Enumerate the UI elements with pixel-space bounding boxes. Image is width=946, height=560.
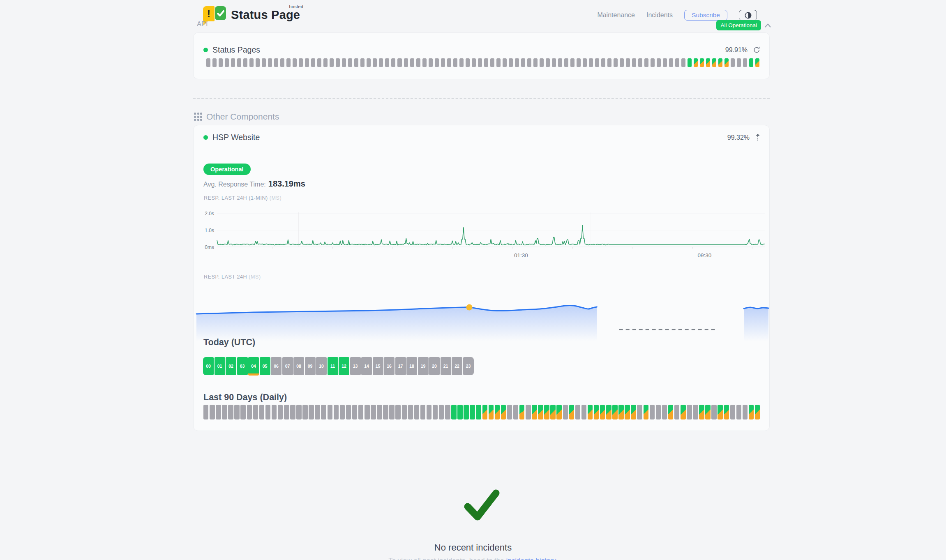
- uptime-bar-degraded: [532, 405, 537, 419]
- svg-text:01:30: 01:30: [514, 252, 528, 258]
- uptime-bar-empty: [577, 58, 581, 67]
- uptime-bar: [526, 405, 531, 419]
- overall-status-badge: All Operational: [716, 20, 761, 30]
- dashed-separator: [193, 98, 770, 99]
- component-name: Status Pages: [212, 45, 260, 55]
- uptime-bar-degraded: [606, 405, 611, 419]
- uptime-bar-operational: [688, 58, 692, 67]
- uptime-bar-empty: [253, 405, 258, 419]
- daily-chart-label-text: RESP. LAST 24H: [204, 274, 247, 280]
- hour-box-10: 10: [316, 357, 327, 375]
- uptime-bar-degraded: [594, 405, 599, 419]
- uptime-bar-empty: [427, 405, 431, 419]
- uptime-bar-empty: [346, 405, 351, 419]
- api-uptime-bars: [206, 58, 760, 67]
- uptime-bar: [637, 405, 642, 419]
- uptime-bar-empty: [389, 405, 394, 419]
- hour-box-17: 17: [395, 357, 406, 375]
- uptime-bar-empty: [614, 58, 618, 67]
- uptime-bar-empty: [681, 58, 685, 67]
- hour-box-21: 21: [441, 357, 451, 375]
- uptime-bar: [513, 405, 518, 419]
- uptime-bar-empty: [601, 58, 605, 67]
- nav-link-incidents[interactable]: Incidents: [646, 12, 673, 19]
- uptime-bar-degraded: [501, 405, 506, 419]
- uptime-bar: [650, 405, 655, 419]
- hour-box-05: 05: [260, 357, 270, 375]
- hour-box-09: 09: [305, 357, 316, 375]
- uptime-bar-empty: [330, 58, 334, 67]
- uptime-bar-empty: [540, 58, 544, 67]
- status-dot: [203, 48, 208, 52]
- uptime-bar: [687, 405, 692, 419]
- uptime-bar-degraded: [668, 405, 673, 419]
- uptime-bar-empty: [315, 405, 320, 419]
- uptime-bar-empty: [240, 405, 245, 419]
- uptime-bar-empty: [730, 405, 735, 419]
- uptime-bar-empty: [243, 58, 247, 67]
- uptime-bar-empty: [408, 405, 413, 419]
- theme-toggle-button[interactable]: [739, 10, 757, 21]
- uptime-percent: 99.32%: [727, 134, 750, 141]
- hour-box-15: 15: [373, 357, 383, 375]
- uptime-bar-degraded: [681, 405, 685, 419]
- hour-box-23: 23: [463, 357, 474, 375]
- uptime-bar-empty: [439, 405, 444, 419]
- uptime-bar-empty: [552, 58, 556, 67]
- uptime-bar-empty: [247, 405, 252, 419]
- avg-response-label: Avg. Response Time:: [203, 181, 266, 188]
- uptime-bar-degraded: [631, 405, 636, 419]
- uptime-bar-empty: [323, 58, 328, 67]
- daily-chart-unit: (MS): [249, 274, 261, 280]
- uptime-bar-empty: [265, 405, 270, 419]
- website-component-card: HSP Website 99.32% Operational Avg. Resp…: [193, 125, 770, 431]
- uptime-bar-empty: [459, 58, 464, 67]
- uptime-bar-empty: [290, 405, 295, 419]
- uptime-bar-empty: [225, 58, 229, 67]
- incidents-history-link[interactable]: incidents history.: [506, 557, 557, 560]
- logo-check-icon: [215, 6, 226, 20]
- uptime-bar-empty: [249, 58, 254, 67]
- nav-link-maintenance[interactable]: Maintenance: [597, 12, 635, 19]
- logo-title-text: Status Page: [231, 8, 300, 21]
- uptime-bar-empty: [620, 58, 624, 67]
- uptime-bar-degraded: [755, 58, 759, 67]
- uptime-bar-empty: [607, 58, 611, 67]
- uptime-bar-empty: [583, 58, 587, 67]
- uptime-bar-empty: [743, 58, 747, 67]
- uptime-bar-empty: [570, 58, 575, 67]
- uptime-bar-empty: [397, 58, 401, 67]
- today-hours: 0001020304050607080910111213141516171819…: [203, 357, 474, 375]
- uptime-bar-empty: [328, 405, 332, 419]
- uptime-bar-empty: [509, 58, 513, 67]
- uptime-bar-degraded: [600, 405, 605, 419]
- uptime-bar-empty: [231, 58, 235, 67]
- uptime-bar-degraded: [588, 405, 593, 419]
- uptime-bar-operational: [749, 58, 753, 67]
- hour-box-11: 11: [328, 357, 338, 375]
- uptime-bar-empty: [311, 58, 315, 67]
- uptime-percent: 99.91%: [725, 46, 748, 54]
- uptime-bar-empty: [420, 405, 425, 419]
- uptime-bar-empty: [391, 58, 395, 67]
- chevron-up-icon[interactable]: [765, 23, 771, 28]
- uptime-bar-empty: [515, 58, 519, 67]
- overall-status-row: All Operational: [716, 20, 771, 30]
- hour-box-06: 06: [271, 357, 281, 375]
- half-moon-icon: [744, 12, 752, 19]
- subscribe-button[interactable]: Subscribe: [684, 10, 727, 21]
- refresh-icon[interactable]: [753, 46, 760, 53]
- trend-up-icon[interactable]: [755, 134, 760, 141]
- no-incidents-subtext: To view all past incidents, head to the …: [0, 557, 946, 560]
- logo[interactable]: ! Status Pagehosted: [203, 5, 300, 25]
- other-components-title: Other Components: [206, 112, 279, 122]
- uptime-bar-empty: [669, 58, 673, 67]
- uptime-bar-empty: [373, 58, 377, 67]
- uptime-bar-empty: [731, 58, 735, 67]
- uptime-bar-empty: [395, 405, 400, 419]
- uptime-bar-empty: [302, 405, 307, 419]
- uptime-bar-empty: [228, 405, 233, 419]
- top-navigation: Maintenance Incidents Subscribe: [597, 10, 757, 21]
- uptime-bar-empty: [354, 58, 358, 67]
- uptime-bar-empty: [410, 58, 414, 67]
